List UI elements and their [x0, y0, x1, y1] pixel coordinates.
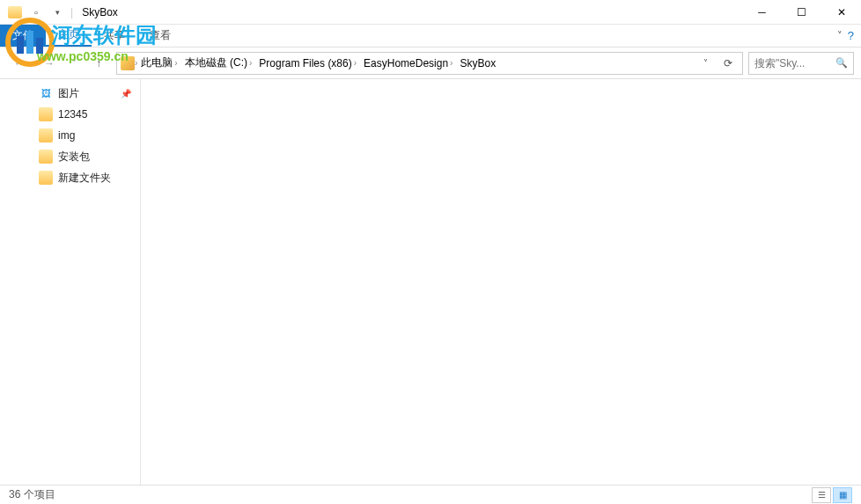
maximize-button[interactable]: ☐ — [782, 0, 821, 25]
sidebar-item-label: 图片 — [58, 86, 79, 101]
crumb-drive[interactable]: 本地磁盘 (C:)› — [181, 55, 256, 70]
breadcrumb-dropdown-icon[interactable]: ˅ — [695, 53, 716, 74]
sidebar-item-新建文件夹[interactable]: 新建文件夹 — [0, 167, 140, 188]
tab-share[interactable]: 共享 — [92, 25, 137, 47]
folder-icon — [5, 3, 25, 22]
titlebar: ▫ ▾ | SkyBox ─ ☐ ✕ — [0, 0, 861, 25]
crumb-app[interactable]: EasyHomeDesign› — [360, 57, 456, 69]
sidebar-item-img[interactable]: img — [0, 125, 140, 146]
ribbon: 文件 主页 共享 查看 ˅ ? — [0, 25, 861, 47]
sidebar-item-label: img — [58, 129, 75, 142]
view-details-button[interactable]: ☰ — [812, 487, 831, 503]
search-input[interactable]: 🔍 — [748, 52, 854, 75]
sidebar-item-12345[interactable]: 12345 — [0, 104, 140, 125]
pin-icon: 📌 — [121, 89, 131, 99]
sidebar-item-图片[interactable]: 🖼图片📌 — [0, 83, 140, 104]
crumb-progfiles[interactable]: Program Files (x86)› — [255, 57, 360, 69]
qat-separator: | — [70, 6, 73, 18]
breadcrumb-folder-icon — [121, 56, 135, 70]
view-thumbnails-button[interactable]: ▦ — [833, 487, 852, 503]
crumb-pc[interactable]: 此电脑› — [137, 55, 180, 70]
breadcrumb[interactable]: › 此电脑› 本地磁盘 (C:)› Program Files (x86)› E… — [116, 52, 743, 75]
crumb-folder[interactable]: SkyBox — [456, 57, 499, 69]
status-bar: 36 个项目 ☰ ▦ — [0, 485, 861, 504]
sidebar-item-label: 12345 — [58, 108, 87, 121]
window-title: SkyBox — [82, 6, 118, 18]
nav-forward-button[interactable]: → — [37, 51, 62, 76]
tab-home[interactable]: 主页 — [46, 25, 92, 47]
ribbon-expand-icon[interactable]: ˅ — [837, 30, 843, 41]
qat-dropdown-icon[interactable]: ▾ — [48, 3, 67, 22]
pic-icon: 🖼 — [39, 86, 53, 100]
file-grid — [141, 79, 861, 485]
sidebar-item-label: 新建文件夹 — [58, 171, 111, 186]
help-icon[interactable]: ? — [848, 29, 854, 42]
refresh-button[interactable]: ⟳ — [718, 53, 739, 74]
folder-icon — [39, 107, 53, 121]
qat-properties-icon[interactable]: ▫ — [26, 3, 46, 22]
sidebar: 🖼图片📌12345img安装包新建文件夹 — [0, 79, 141, 485]
nav-back-button[interactable]: ← — [7, 51, 32, 76]
nav-up-button[interactable]: ↑ — [86, 51, 111, 76]
item-count: 36 个项目 — [9, 487, 55, 502]
file-tab[interactable]: 文件 — [0, 25, 46, 47]
address-bar: ← → ˅ ↑ › 此电脑› 本地磁盘 (C:)› Program Files … — [0, 47, 861, 79]
folder-icon — [39, 150, 53, 164]
sidebar-item-安装包[interactable]: 安装包 — [0, 146, 140, 167]
nav-recent-dropdown[interactable]: ˅ — [67, 51, 81, 76]
tab-view[interactable]: 查看 — [137, 25, 183, 47]
folder-icon — [39, 128, 53, 142]
search-icon: 🔍 — [835, 57, 848, 69]
folder-icon — [39, 171, 53, 185]
sidebar-item-label: 安装包 — [58, 150, 90, 164]
minimize-button[interactable]: ─ — [742, 0, 782, 25]
close-button[interactable]: ✕ — [821, 0, 861, 25]
